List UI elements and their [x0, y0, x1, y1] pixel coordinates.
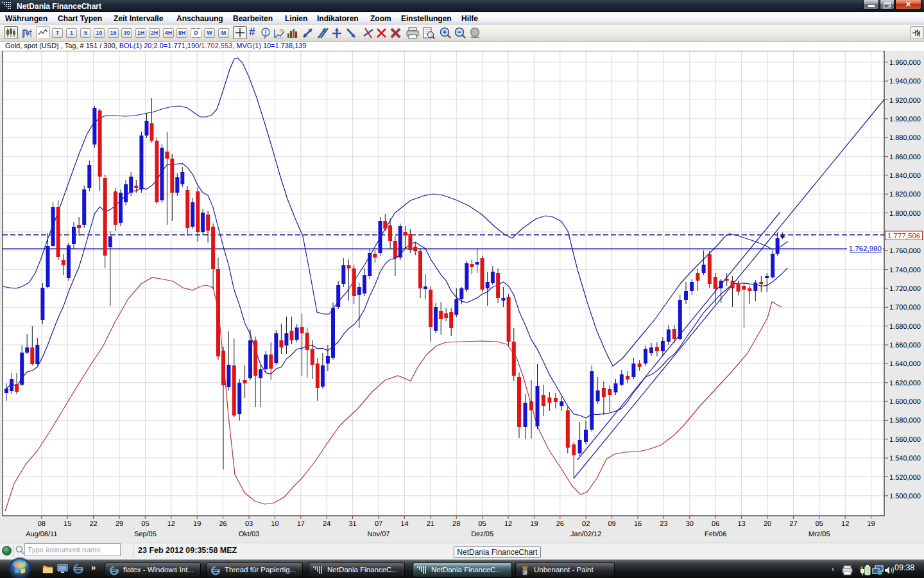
svg-text:1.840,000: 1.840,000 [889, 172, 921, 180]
svg-text:Jan/02/12: Jan/02/12 [570, 530, 601, 538]
svg-text:1.500,000: 1.500,000 [889, 493, 921, 500]
svg-text:15: 15 [64, 520, 71, 528]
svg-text:1.800,000: 1.800,000 [889, 210, 921, 218]
svg-text:26: 26 [219, 520, 227, 528]
svg-text:29: 29 [116, 520, 123, 528]
svg-text:1.580,000: 1.580,000 [889, 417, 921, 425]
svg-text:1.860,000: 1.860,000 [889, 153, 921, 161]
svg-text:1.820,000: 1.820,000 [889, 191, 921, 198]
svg-text:30: 30 [686, 520, 694, 528]
svg-text:1.762,980: 1.762,980 [849, 245, 882, 253]
svg-text:1.920,000: 1.920,000 [889, 97, 921, 105]
svg-text:19: 19 [193, 520, 201, 528]
svg-text:06: 06 [712, 520, 719, 528]
svg-text:1.600,000: 1.600,000 [889, 398, 921, 406]
svg-text:Aug/08/11: Aug/08/11 [26, 530, 57, 538]
svg-text:1.620,000: 1.620,000 [889, 380, 921, 387]
svg-text:1.540,000: 1.540,000 [889, 455, 921, 462]
svg-text:17: 17 [297, 520, 305, 528]
svg-text:1.560,000: 1.560,000 [889, 436, 921, 444]
svg-text:05: 05 [478, 520, 486, 528]
svg-text:24: 24 [323, 520, 330, 528]
svg-text:26: 26 [556, 520, 564, 528]
svg-text:19: 19 [530, 520, 538, 528]
svg-text:21: 21 [427, 520, 434, 528]
svg-text:23: 23 [660, 520, 667, 528]
svg-text:i: i [265, 30, 267, 36]
svg-text:1.640,000: 1.640,000 [889, 360, 921, 368]
svg-text:22: 22 [89, 520, 97, 528]
svg-text:1.760,000: 1.760,000 [889, 247, 921, 255]
svg-text:18: 18 [279, 28, 284, 32]
svg-text:10: 10 [271, 520, 278, 528]
svg-text:1.700,000: 1.700,000 [889, 304, 921, 311]
svg-text:1.960,000: 1.960,000 [889, 59, 921, 67]
svg-text:31: 31 [348, 520, 356, 528]
svg-text:03: 03 [245, 520, 253, 528]
svg-text:Nov/07: Nov/07 [368, 530, 390, 538]
svg-text:1.520,000: 1.520,000 [889, 474, 921, 482]
svg-text:1.777,506: 1.777,506 [887, 232, 920, 240]
svg-text:Dez/05: Dez/05 [471, 530, 493, 538]
svg-text:1.880,000: 1.880,000 [889, 134, 921, 142]
svg-text:02: 02 [582, 520, 590, 528]
svg-text:09: 09 [608, 520, 615, 528]
svg-text:13: 13 [737, 520, 745, 528]
svg-text:07: 07 [375, 520, 382, 528]
svg-text:05: 05 [816, 520, 823, 528]
svg-text:12: 12 [167, 520, 175, 528]
svg-text:28: 28 [452, 520, 460, 528]
svg-text:27: 27 [789, 520, 797, 528]
svg-text:14: 14 [400, 520, 408, 528]
svg-text:19: 19 [867, 520, 875, 528]
svg-text:05: 05 [141, 520, 149, 528]
svg-text:20: 20 [764, 520, 771, 528]
svg-text:16: 16 [634, 520, 642, 528]
svg-text:1.940,000: 1.940,000 [889, 78, 921, 85]
svg-text:12: 12 [841, 520, 849, 528]
svg-text:1.680,000: 1.680,000 [889, 323, 921, 331]
svg-text:08: 08 [38, 520, 46, 528]
svg-text:12: 12 [504, 520, 512, 528]
svg-text:Mrz/05: Mrz/05 [809, 530, 830, 538]
svg-text:1.900,000: 1.900,000 [889, 116, 921, 123]
svg-text:1.720,000: 1.720,000 [889, 285, 921, 293]
svg-text:Sep/05: Sep/05 [134, 530, 157, 538]
svg-text:Okt/03: Okt/03 [239, 530, 259, 538]
svg-text:1.660,000: 1.660,000 [889, 342, 921, 349]
svg-text:Feb/06: Feb/06 [705, 530, 726, 538]
svg-text:1.740,000: 1.740,000 [889, 267, 921, 274]
